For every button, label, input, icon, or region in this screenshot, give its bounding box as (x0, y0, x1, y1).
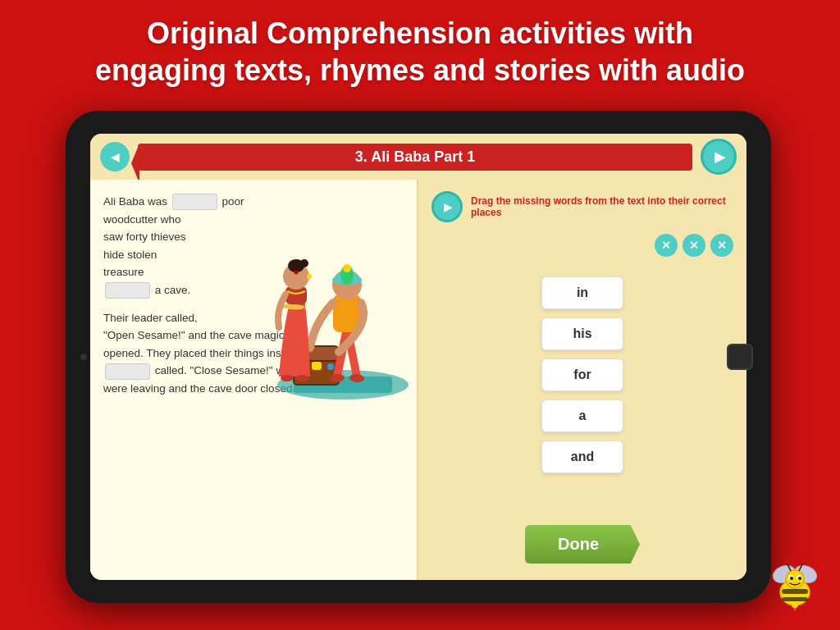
back-button[interactable] (100, 142, 130, 171)
word-cards-area: in his for a and (431, 268, 733, 512)
svg-rect-26 (782, 597, 808, 601)
blank-1[interactable] (172, 194, 217, 210)
content-area: Ali Baba was poorwoodcutter whosaw forty… (90, 180, 746, 580)
story-illustration (244, 188, 417, 401)
x-button-1[interactable]: ✕ (655, 234, 678, 257)
header-line2: engaging texts, rhymes and stories with … (95, 53, 745, 87)
svg-point-31 (798, 577, 801, 580)
svg-point-33 (785, 560, 789, 564)
right-pane: Drag the missing words from the text int… (418, 180, 746, 580)
text-ali-baba-was: Ali Baba was (103, 195, 171, 208)
svg-rect-4 (312, 362, 322, 370)
instruction-text: Drag the missing words from the text int… (471, 195, 733, 218)
play-button-large[interactable] (701, 139, 737, 175)
blank-3[interactable] (105, 363, 150, 380)
svg-point-19 (307, 274, 312, 279)
svg-point-17 (300, 259, 308, 267)
blank-2[interactable] (105, 282, 150, 299)
svg-point-30 (790, 577, 793, 580)
screen: 3. Ali Baba Part 1 Ali Baba was poorwood… (90, 134, 746, 580)
header-title: Original Comprehension activities with e… (49, 15, 791, 89)
svg-point-21 (295, 375, 308, 381)
header-line1: Original Comprehension activities with (147, 16, 693, 50)
word-card-a[interactable]: a (541, 399, 623, 432)
x-button-2[interactable]: ✕ (682, 234, 705, 257)
tablet-frame: 3. Ali Baba Part 1 Ali Baba was poorwood… (66, 111, 771, 603)
story-title: 3. Ali Baba Part 1 (138, 144, 692, 171)
x-buttons-row: ✕ ✕ ✕ (431, 234, 733, 257)
left-pane: Ali Baba was poorwoodcutter whosaw forty… (90, 180, 418, 580)
word-card-in[interactable]: in (541, 276, 623, 309)
word-card-his[interactable]: his (541, 317, 623, 350)
word-card-and[interactable]: and (541, 441, 623, 473)
play-button-instruction[interactable] (431, 191, 463, 222)
svg-point-18 (294, 271, 299, 275)
svg-point-20 (281, 375, 294, 381)
top-bar: 3. Ali Baba Part 1 (90, 134, 746, 180)
svg-rect-25 (782, 589, 808, 594)
done-button[interactable]: Done (525, 525, 640, 564)
word-card-for[interactable]: for (541, 358, 623, 391)
bee-mascot (766, 556, 824, 614)
x-button-3[interactable]: ✕ (710, 234, 733, 257)
instruction-bar: Drag the missing words from the text int… (431, 188, 733, 226)
header-area: Original Comprehension activities with e… (0, 0, 840, 97)
svg-point-11 (343, 264, 351, 272)
svg-point-35 (801, 560, 806, 564)
svg-point-6 (327, 363, 334, 370)
